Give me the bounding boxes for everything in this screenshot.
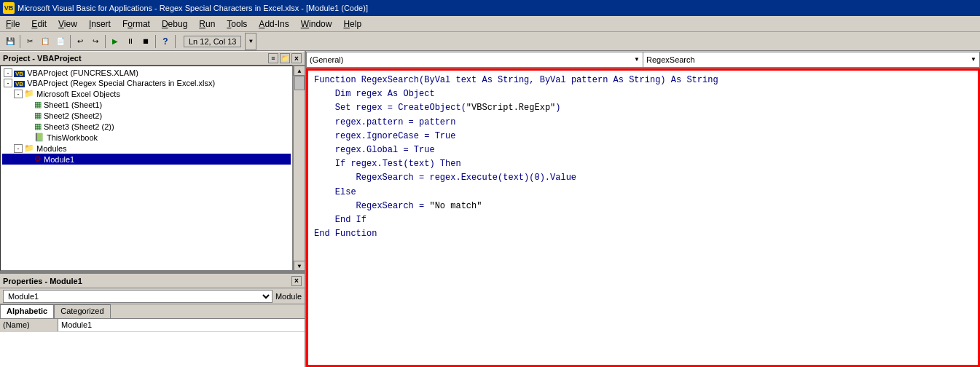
- properties-name-row: Module1 Module: [0, 288, 305, 304]
- left-panel: Project - VBAProject ≡ 📁 × -VBVBAProject…: [0, 51, 306, 367]
- properties-object-select[interactable]: Module1: [3, 290, 273, 303]
- code-line: RegexSearch = "No match": [314, 200, 972, 213]
- project-view-btn[interactable]: ≡: [268, 53, 278, 63]
- code-line: End If: [314, 213, 972, 227]
- toolbar-help-btn[interactable]: ?: [158, 34, 173, 49]
- toolbar-sep4: [155, 35, 156, 48]
- code-line: Set regex = CreateObject("VBScript.RegEx…: [314, 101, 972, 115]
- properties-close-btn[interactable]: ×: [291, 276, 302, 286]
- code-editor-area[interactable]: Function RegexSearch(ByVal text As Strin…: [306, 68, 980, 367]
- tree-item[interactable]: -VBVBAProject (Regex Special Characters …: [2, 78, 291, 88]
- project-tree-container: -VBVBAProject (FUNCRES.XLAM)-VBVBAProjec…: [0, 66, 305, 271]
- scroll-down-arrow[interactable]: ▼: [294, 261, 305, 271]
- project-scrollbar[interactable]: ▲ ▼: [293, 66, 305, 271]
- properties-tabs: Alphabetic Categorized: [0, 304, 305, 319]
- code-line: Dim regex As Object: [314, 87, 972, 101]
- menu-run[interactable]: Run: [193, 17, 221, 31]
- tree-item[interactable]: ⚙Module1: [2, 154, 291, 165]
- cursor-position: Ln 12, Col 13: [184, 36, 241, 47]
- code-empty-space: [314, 241, 972, 285]
- menu-addins[interactable]: Add-Ins: [253, 17, 294, 31]
- code-line: RegexSearch = regex.Execute(text)(0).Val…: [314, 171, 972, 185]
- code-proc-arrow: ▼: [971, 56, 976, 63]
- app-icon: VB: [3, 2, 15, 14]
- properties-grid: (Name) Module1: [0, 319, 305, 367]
- tree-item[interactable]: -VBVBAProject (FUNCRES.XLAM): [2, 68, 291, 78]
- props-tab-categorized[interactable]: Categorized: [54, 304, 110, 318]
- menu-file[interactable]: File: [0, 17, 26, 31]
- scroll-track: [294, 76, 305, 261]
- project-tree[interactable]: -VBVBAProject (FUNCRES.XLAM)-VBVBAProjec…: [0, 66, 293, 271]
- tree-item[interactable]: 📗ThisWorkbook: [2, 132, 291, 143]
- properties-panel: Properties - Module1 × Module1 Module Al…: [0, 272, 305, 367]
- properties-header: Properties - Module1 ×: [0, 274, 305, 288]
- toolbar-sep3: [105, 35, 106, 48]
- code-object-text: (General): [310, 55, 343, 64]
- tree-item[interactable]: -📁Modules: [2, 143, 291, 154]
- tree-item[interactable]: ▦Sheet2 (Sheet2): [2, 110, 291, 121]
- code-line: Else: [314, 186, 972, 200]
- scroll-up-arrow[interactable]: ▲: [294, 66, 305, 76]
- props-row-name: (Name) Module1: [0, 319, 305, 332]
- right-panel: (General) ▼ RegexSearch ▼ Function Regex…: [306, 51, 980, 367]
- project-folders-btn[interactable]: 📁: [280, 53, 290, 63]
- tree-item[interactable]: -📁Microsoft Excel Objects: [2, 88, 291, 99]
- code-line: End Function: [314, 227, 972, 241]
- toolbar: 💾 ✂ 📋 📄 ↩ ↪ ▶ ⏸ ⏹ ? Ln 12, Col 13 ▼: [0, 32, 980, 51]
- code-line: If regex.Test(text) Then: [314, 157, 972, 171]
- scroll-thumb[interactable]: [294, 76, 305, 90]
- props-value-name: Module1: [58, 319, 305, 331]
- code-object-arrow: ▼: [634, 56, 640, 63]
- toolbar-run-btn[interactable]: ▶: [108, 34, 122, 49]
- toolbar-scroll-arrow[interactable]: ▼: [245, 33, 256, 50]
- menu-insert[interactable]: Insert: [83, 17, 117, 31]
- code-line: regex.IgnoreCase = True: [314, 130, 972, 143]
- toolbar-copy-btn[interactable]: 📋: [38, 34, 52, 49]
- toolbar-scroll-down[interactable]: ▼: [245, 33, 256, 50]
- menu-bar: File Edit View Insert Format Debug Run T…: [0, 16, 980, 32]
- project-panel-header: Project - VBAProject ≡ 📁 ×: [0, 51, 305, 66]
- menu-format[interactable]: Format: [117, 17, 156, 31]
- properties-type-label: Module: [275, 292, 302, 301]
- menu-help[interactable]: Help: [337, 17, 367, 31]
- code-object-dropdown[interactable]: (General) ▼: [306, 52, 643, 68]
- props-key-name: (Name): [0, 319, 58, 331]
- menu-tools[interactable]: Tools: [221, 17, 253, 31]
- project-section: Project - VBAProject ≡ 📁 × -VBVBAProject…: [0, 51, 305, 272]
- toolbar-sep2: [70, 35, 71, 48]
- code-header: (General) ▼ RegexSearch ▼: [306, 51, 980, 68]
- main-layout: Project - VBAProject ≡ 📁 × -VBVBAProject…: [0, 51, 980, 367]
- menu-view[interactable]: View: [52, 17, 83, 31]
- toolbar-pause-btn[interactable]: ⏸: [123, 34, 138, 49]
- tree-item[interactable]: ▦Sheet3 (Sheet2 (2)): [2, 121, 291, 132]
- title-bar: VB Microsoft Visual Basic for Applicatio…: [0, 0, 980, 16]
- properties-title: Properties - Module1: [3, 277, 82, 285]
- code-proc-text: RegexSearch: [646, 55, 695, 64]
- toolbar-cut-btn[interactable]: ✂: [23, 34, 37, 49]
- project-close-btn[interactable]: ×: [291, 53, 302, 63]
- toolbar-sep5: [175, 35, 176, 48]
- menu-debug[interactable]: Debug: [156, 17, 193, 31]
- code-line: Function RegexSearch(ByVal text As Strin…: [314, 74, 972, 87]
- toolbar-undo-btn[interactable]: ↩: [73, 34, 87, 49]
- project-panel-title: Project - VBAProject: [3, 54, 82, 63]
- code-proc-dropdown[interactable]: RegexSearch ▼: [643, 52, 980, 68]
- tree-item[interactable]: ▦Sheet1 (Sheet1): [2, 99, 291, 110]
- code-line: regex.Global = True: [314, 143, 972, 157]
- menu-window[interactable]: Window: [295, 17, 338, 31]
- toolbar-stop-btn[interactable]: ⏹: [138, 34, 153, 49]
- props-tab-alphabetic[interactable]: Alphabetic: [0, 304, 54, 318]
- toolbar-save-btn[interactable]: 💾: [3, 34, 17, 49]
- toolbar-paste-btn[interactable]: 📄: [53, 34, 68, 49]
- code-line: regex.pattern = pattern: [314, 116, 972, 130]
- window-title: Microsoft Visual Basic for Applications …: [17, 4, 977, 12]
- toolbar-sep1: [20, 35, 20, 48]
- menu-edit[interactable]: Edit: [26, 17, 52, 31]
- toolbar-status: Ln 12, Col 13: [184, 36, 241, 47]
- toolbar-redo-btn[interactable]: ↪: [88, 34, 103, 49]
